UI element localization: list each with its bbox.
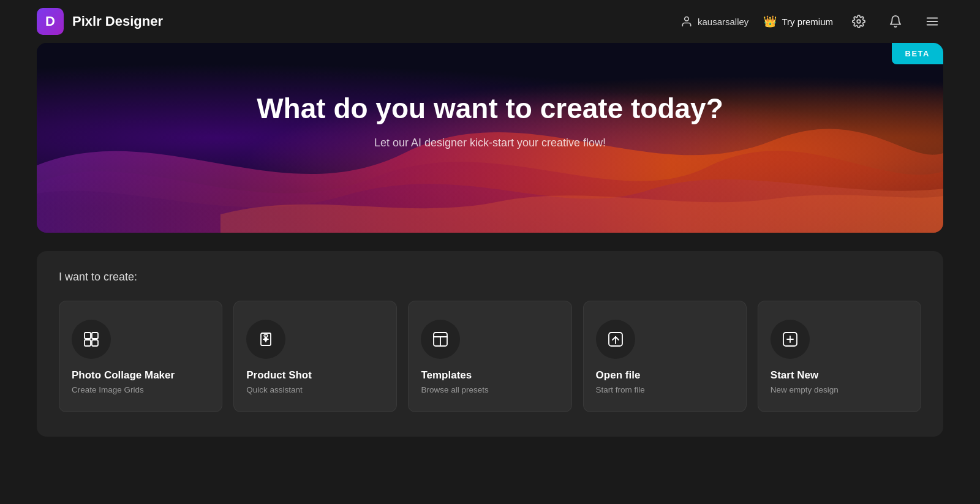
bell-icon <box>889 15 902 28</box>
hero-subtitle: Let our AI designer kick-start your crea… <box>37 137 943 149</box>
card-title: Product Shot <box>246 369 312 382</box>
header: D Pixlr Designer kausarsalley 👑 Try prem… <box>0 0 980 43</box>
hero-title: What do you want to create today? <box>37 92 943 126</box>
cards-grid: Photo Collage Maker Create Image Grids P… <box>59 301 921 412</box>
card-title: Start New <box>771 369 839 382</box>
username-label: kausarsalley <box>698 17 748 27</box>
card-text: Start New New empty design <box>771 369 839 394</box>
section-label: I want to create: <box>59 271 921 284</box>
card-icon-bg <box>771 320 810 359</box>
svg-point-0 <box>685 17 689 21</box>
card-subtitle: Start from file <box>596 385 645 394</box>
crown-icon: 👑 <box>763 15 777 28</box>
svg-rect-8 <box>92 340 98 346</box>
app-title: Pixlr Designer <box>72 13 163 29</box>
settings-icon <box>852 15 865 28</box>
menu-button[interactable] <box>921 10 943 32</box>
svg-point-1 <box>857 20 861 23</box>
user-icon <box>680 15 693 28</box>
hero-content: What do you want to create today? Let ou… <box>37 43 943 149</box>
card-title: Templates <box>421 369 488 382</box>
svg-rect-5 <box>85 333 91 339</box>
card-subtitle: Quick assistant <box>246 385 312 394</box>
logo-icon: D <box>37 8 64 35</box>
try-premium-button[interactable]: 👑 Try premium <box>763 15 833 28</box>
card-subtitle: New empty design <box>771 385 839 394</box>
card-text: Product Shot Quick assistant <box>246 369 312 394</box>
card-icon-bg <box>596 320 635 359</box>
hero-banner: What do you want to create today? Let ou… <box>37 43 943 233</box>
card-icon-bg <box>72 320 111 359</box>
card-text: Open file Start from file <box>596 369 645 394</box>
new-design-icon <box>782 331 799 348</box>
card-icon-bg <box>246 320 285 359</box>
svg-rect-6 <box>92 333 98 339</box>
card-open-file[interactable]: Open file Start from file <box>583 301 747 412</box>
svg-rect-7 <box>85 340 91 346</box>
hamburger-icon <box>925 15 939 28</box>
beta-badge: BETA <box>892 43 943 64</box>
card-text: Templates Browse all presets <box>421 369 488 394</box>
notifications-button[interactable] <box>884 10 907 32</box>
card-templates[interactable]: Templates Browse all presets <box>408 301 571 412</box>
header-right: kausarsalley 👑 Try premium <box>680 10 943 32</box>
user-area[interactable]: kausarsalley <box>680 15 748 28</box>
product-icon <box>257 331 274 348</box>
cards-section: I want to create: Photo Collage Maker Cr… <box>37 251 943 437</box>
templates-icon <box>432 331 449 348</box>
premium-label: Try premium <box>782 17 833 27</box>
card-subtitle: Browse all presets <box>421 385 488 394</box>
card-icon-bg <box>421 320 460 359</box>
card-subtitle: Create Image Grids <box>72 385 175 394</box>
card-photo-collage[interactable]: Photo Collage Maker Create Image Grids <box>59 301 222 412</box>
card-text: Photo Collage Maker Create Image Grids <box>72 369 175 394</box>
upload-icon <box>607 331 624 348</box>
card-start-new[interactable]: Start New New empty design <box>758 301 921 412</box>
card-product-shot[interactable]: Product Shot Quick assistant <box>233 301 397 412</box>
collage-icon <box>83 331 100 348</box>
card-title: Photo Collage Maker <box>72 369 175 382</box>
card-title: Open file <box>596 369 645 382</box>
logo-area[interactable]: D Pixlr Designer <box>37 8 163 35</box>
settings-button[interactable] <box>848 10 870 32</box>
